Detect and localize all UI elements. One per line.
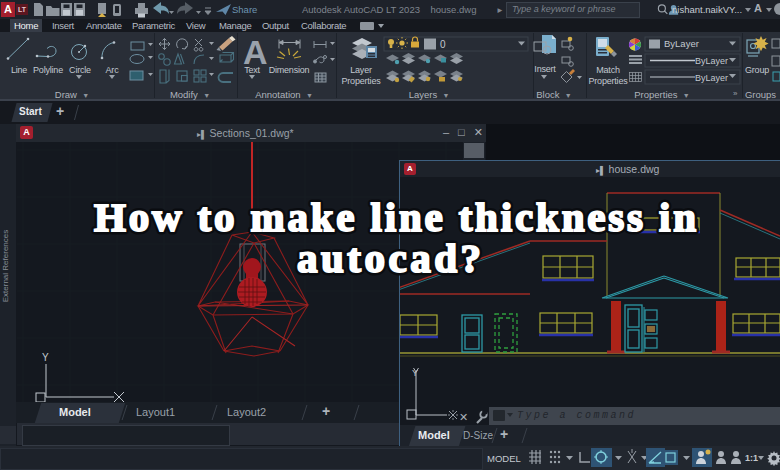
svg-text:How to make line thickness in: How to make line thickness in	[94, 194, 696, 240]
svg-text:autocad?: autocad?	[297, 235, 481, 281]
